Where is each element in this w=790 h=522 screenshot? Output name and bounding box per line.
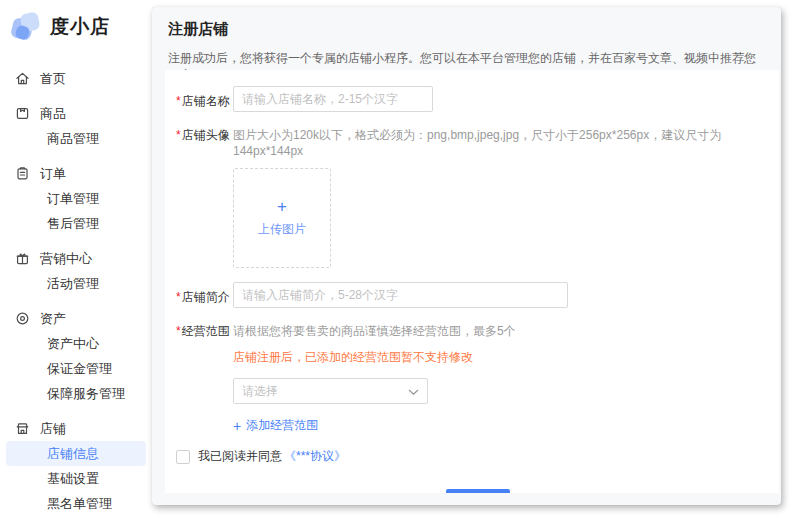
marketing-icon xyxy=(15,251,30,266)
sidebar-item-label: 资产 xyxy=(40,310,66,328)
avatar-upload-hint: 图片大小为120k以下，格式必须为：png,bmp,jpeg,jpg，尺寸小于2… xyxy=(233,127,779,159)
sidebar-item-goods[interactable]: 商品 xyxy=(0,101,152,126)
submit-button[interactable]: 提交 xyxy=(446,489,510,493)
agreement-checkbox[interactable] xyxy=(176,450,190,464)
shop-intro-row: *店铺简介 xyxy=(176,282,779,308)
shop-avatar-label: *店铺头像 xyxy=(176,126,233,268)
required-asterisk: * xyxy=(176,94,181,108)
sidebar-item-orders[interactable]: 订单 xyxy=(0,161,152,186)
required-asterisk: * xyxy=(176,128,181,142)
sidebar-item-aftersale-management[interactable]: 售后管理 xyxy=(0,211,152,236)
upload-image-label: 上传图片 xyxy=(258,221,306,238)
sidebar-item-shop[interactable]: 店铺 xyxy=(0,416,152,441)
sidebar-item-label: 营销中心 xyxy=(40,250,92,268)
sidebar-item-label: 首页 xyxy=(40,70,66,88)
sidebar-item-guarantee-service-management[interactable]: 保障服务管理 xyxy=(0,381,152,406)
business-scope-hint: 请根据您将要售卖的商品谨慎选择经营范围，最多5个 xyxy=(233,323,516,339)
sidebar-item-assets[interactable]: 资产 xyxy=(0,306,152,331)
required-asterisk: * xyxy=(176,290,181,304)
business-scope-label: *经营范围 xyxy=(176,322,233,434)
main-card: 注册店铺 注册成功后，您将获得一个专属的店铺小程序。您可以在本平台管理您的店铺，… xyxy=(152,7,781,505)
assets-icon xyxy=(15,311,30,326)
business-scope-row: *经营范围 请根据您将要售卖的商品谨慎选择经营范围，最多5个 店铺注册后，已添加… xyxy=(176,322,779,434)
shop-intro-label: *店铺简介 xyxy=(176,282,233,308)
sidebar-item-label: 订单 xyxy=(40,165,66,183)
shop-icon xyxy=(15,421,30,436)
sidebar-item-deposit-management[interactable]: 保证金管理 xyxy=(0,356,152,381)
page-title: 注册店铺 xyxy=(168,20,765,39)
required-asterisk: * xyxy=(176,324,181,338)
chevron-down-icon xyxy=(408,382,419,400)
agreement-text: 我已阅读并同意 xyxy=(198,448,282,465)
business-scope-warning: 店铺注册后，已添加的经营范围暂不支持修改 xyxy=(233,349,516,366)
add-business-scope-link[interactable]: + 添加经营范围 xyxy=(233,417,516,434)
sidebar-item-goods-management[interactable]: 商品管理 xyxy=(0,126,152,151)
logo[interactable]: 度小店 xyxy=(0,0,152,42)
sidebar-item-shop-info[interactable]: 店铺信息 xyxy=(6,441,146,466)
sidebar-item-blacklist-management[interactable]: 黑名单管理 xyxy=(0,491,152,516)
logo-text: 度小店 xyxy=(50,14,110,40)
plus-icon: + xyxy=(277,198,287,215)
goods-icon xyxy=(15,106,30,121)
select-placeholder: 请选择 xyxy=(242,383,278,400)
upload-image-button[interactable]: + 上传图片 xyxy=(233,168,331,268)
add-business-scope-text: 添加经营范围 xyxy=(246,417,318,434)
business-scope-select[interactable]: 请选择 xyxy=(233,378,428,404)
sidebar-item-activity-management[interactable]: 活动管理 xyxy=(0,271,152,296)
shop-intro-input[interactable] xyxy=(233,282,568,308)
duxiaodian-logo-icon xyxy=(12,12,42,42)
shop-name-row: *店铺名称 xyxy=(176,86,779,112)
submit-row: 提交 xyxy=(176,489,779,493)
sidebar-item-label: 店铺 xyxy=(40,420,66,438)
sidebar: 度小店 首页 商品 商品管理 xyxy=(0,0,152,522)
shop-name-label: *店铺名称 xyxy=(176,86,233,112)
agreement-row: 我已阅读并同意 《***协议》 xyxy=(176,448,779,465)
sidebar-item-order-management[interactable]: 订单管理 xyxy=(0,186,152,211)
agreement-link[interactable]: 《***协议》 xyxy=(284,448,346,465)
sidebar-item-marketing-center[interactable]: 营销中心 xyxy=(0,246,152,271)
sidebar-nav: 首页 商品 商品管理 订单 订单管理 售后管理 xyxy=(0,66,152,516)
orders-icon xyxy=(15,166,30,181)
shop-avatar-row: *店铺头像 图片大小为120k以下，格式必须为：png,bmp,jpeg,jpg… xyxy=(176,126,779,268)
home-icon xyxy=(15,71,30,86)
sidebar-item-basic-settings[interactable]: 基础设置 xyxy=(0,466,152,491)
sidebar-item-label: 商品 xyxy=(40,105,66,123)
sidebar-item-asset-center[interactable]: 资产中心 xyxy=(0,331,152,356)
register-shop-form: *店铺名称 *店铺头像 图片大小为120k以下，格式必须为：png,bmp,jp… xyxy=(165,70,779,493)
sidebar-item-home[interactable]: 首页 xyxy=(0,66,152,91)
plus-icon: + xyxy=(233,419,241,433)
shop-name-input[interactable] xyxy=(233,86,433,112)
